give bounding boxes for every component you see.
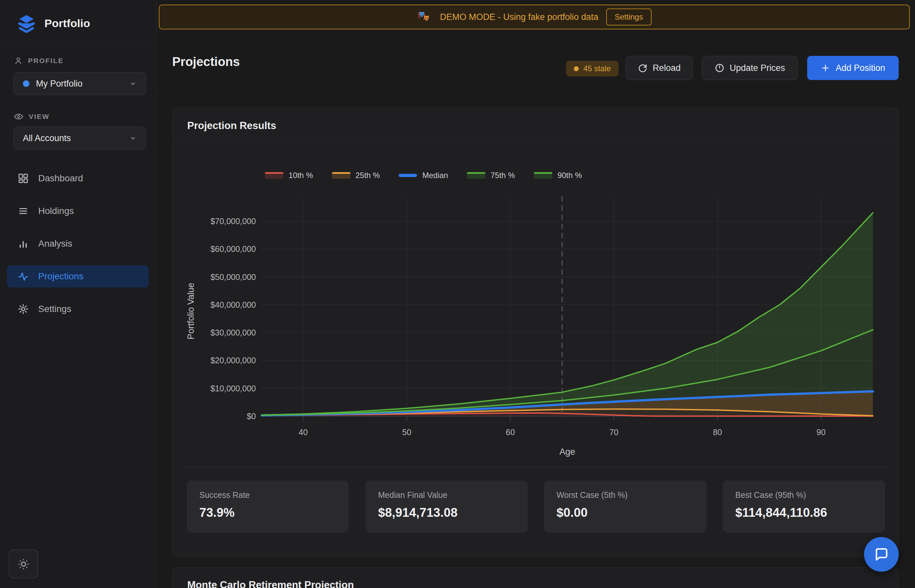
portfolio-dot-icon [23,80,29,87]
projection-results-card: Projection Results 10th %25th %Median75t… [172,108,899,557]
layers-logo-icon [16,13,37,34]
chevron-down-icon [129,134,137,142]
view-selector-value: All Accounts [23,133,123,144]
stat-card-worst-case: Worst Case (5th %) $0.00 [544,481,706,533]
app-logo-row: Portfolio [0,0,157,47]
bar-chart-icon [17,238,29,250]
card-title: Projection Results [187,120,276,132]
reload-button[interactable]: Reload [626,56,693,80]
legend-label: 25th % [356,171,380,180]
clock-icon [715,63,724,73]
y-tick-label: $50,000,000 [210,273,256,281]
x-tick-label: 60 [506,428,515,437]
legend-label: Median [422,171,448,180]
sidebar-item-holdings[interactable]: Holdings [7,200,149,222]
sidebar-item-analysis[interactable]: Analysis [7,233,149,255]
stat-card-success-rate: Success Rate 73.9% [187,481,349,533]
sidebar-item-label: Dashboard [38,173,83,184]
y-axis-title: Portfolio Value [186,283,196,340]
demo-mode-banner: DEMO MODE - Using fake portfolio data Se… [159,5,910,29]
view-section-label: VIEW [14,112,50,121]
chevron-down-icon [129,80,137,87]
person-icon [14,56,23,65]
legend-item[interactable]: Median [399,171,448,180]
y-tick-label: $70,000,000 [210,216,256,226]
sidebar-item-settings[interactable]: Settings [7,298,149,320]
monte-carlo-card: Monte Carlo Retirement Projection [172,567,899,588]
list-lines-icon [17,205,29,217]
app-title: Portfolio [44,17,90,30]
stat-card-median-final: Median Final Value $8,914,713.08 [366,481,528,533]
legend-item[interactable]: 75th % [467,171,515,180]
sidebar-item-label: Analysis [38,239,72,249]
profile-selector[interactable]: My Portfolio [13,72,146,95]
chart-legend: 10th %25th %Median75th %90th % [265,171,582,180]
y-tick-label: $40,000,000 [210,300,256,309]
view-selector[interactable]: All Accounts [13,127,146,150]
page-title: Projections [172,55,240,69]
gear-icon [17,303,29,315]
sidebar-item-label: Holdings [38,206,74,216]
sidebar: Portfolio PROFILE My Portfolio VIEW All … [0,0,157,588]
legend-item[interactable]: 25th % [332,171,380,180]
activity-pulse-icon [17,270,29,282]
legend-label: 10th % [289,171,313,180]
dashboard-grid-icon [17,173,29,184]
x-tick-label: 40 [299,428,308,437]
profile-section-label: PROFILE [14,56,64,65]
legend-swatch-icon [534,172,552,179]
x-tick-label: 90 [816,428,826,437]
x-tick-label: 80 [713,428,722,437]
stale-prices-badge: 45 stale [566,61,619,76]
legend-label: 75th % [490,171,515,180]
legend-swatch-icon [399,174,417,177]
y-tick-label: $10,000,000 [210,384,256,393]
sun-icon [17,557,31,571]
x-axis-title: Age [559,447,575,457]
chat-fab-button[interactable] [864,537,899,572]
legend-item[interactable]: 10th % [265,171,313,180]
stat-card-best-case: Best Case (95th %) $114,844,110.86 [723,481,885,533]
card-divider [173,141,898,141]
card-title: Monte Carlo Retirement Projection [187,579,354,588]
sidebar-item-label: Projections [38,271,84,281]
legend-swatch-icon [467,172,485,179]
y-tick-label: $60,000,000 [210,244,256,254]
sidebar-item-dashboard[interactable]: Dashboard [7,167,149,189]
theme-toggle-button[interactable] [9,549,38,578]
sidebar-item-projections[interactable]: Projections [7,265,149,288]
y-tick-label: $20,000,000 [210,356,256,365]
main-content: DEMO MODE - Using fake portfolio data Se… [157,0,915,588]
plus-icon [821,63,830,73]
chat-bubble-icon [873,546,889,562]
y-tick-label: $30,000,000 [210,328,256,337]
legend-swatch-icon [265,172,283,179]
add-position-button[interactable]: Add Position [807,56,899,80]
legend-label: 90th % [558,171,582,180]
eye-icon [14,112,24,121]
sidebar-item-label: Settings [38,304,71,314]
demo-mode-text: DEMO MODE - Using fake portfolio data [440,12,598,22]
legend-swatch-icon [332,172,350,179]
legend-item[interactable]: 90th % [534,171,582,180]
banner-settings-button[interactable]: Settings [606,8,651,26]
y-tick-label: $0 [247,412,256,421]
update-prices-button[interactable]: Update Prices [702,56,798,80]
x-tick-label: 50 [402,428,411,437]
theater-masks-icon [417,10,432,24]
projection-chart[interactable]: $0$10,000,000$20,000,000$30,000,000$40,0… [177,183,889,464]
stale-dot-icon [574,66,579,71]
x-tick-label: 70 [609,428,619,437]
profile-selector-value: My Portfolio [36,79,123,89]
refresh-icon [637,63,647,73]
